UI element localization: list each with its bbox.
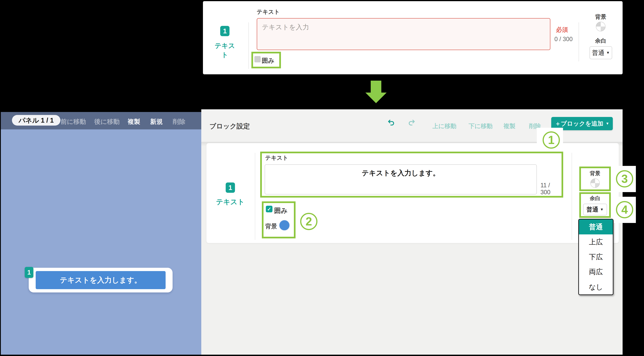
dropdown-option-shitahiro[interactable]: 下広 [579, 250, 613, 264]
panel-delete-button[interactable]: 削除 [173, 118, 185, 126]
screenshot-stage: 1 テキスト テキスト テキストを入力 必須 0 / 300 囲み 背景 余白 … [0, 0, 644, 356]
frame-background-label: 背景 [265, 222, 277, 230]
move-down-button[interactable]: 下に移動 [468, 122, 493, 130]
background-color-swatch[interactable] [590, 178, 600, 188]
text-field-label: テキスト [257, 8, 280, 16]
block-index-badge: 1 [226, 182, 235, 193]
block-type-label: テキスト [212, 41, 238, 60]
chevron-down-icon: ▼ [606, 50, 610, 55]
char-counter: 11 / 300 [540, 182, 562, 196]
frame-checkbox-label: 囲み [274, 206, 288, 215]
panel-duplicate-button[interactable]: 複製 [128, 118, 140, 126]
block-index-badge: 1 [220, 26, 230, 36]
margin-label: 余白 [590, 195, 600, 202]
panel-new-button[interactable]: 新規 [150, 118, 163, 126]
dropdown-option-ryohiro[interactable]: 両広 [579, 264, 613, 279]
text-field-label: テキスト [265, 154, 288, 162]
margin-select-value: 普通 [592, 48, 604, 57]
dropdown-option-futsu[interactable]: 普通 [579, 220, 613, 234]
divider [255, 153, 255, 240]
frame-checkbox-label: 囲み [262, 56, 274, 65]
frame-checkbox[interactable] [254, 56, 261, 62]
down-arrow-icon [371, 80, 381, 93]
undo-icon[interactable] [387, 118, 396, 127]
frame-background-color-swatch[interactable] [279, 220, 290, 230]
panel-counter-pill: パネル 1 / 1 [12, 115, 60, 126]
add-block-label: ＋ブロックを追加 [555, 120, 603, 128]
background-label: 背景 [590, 170, 600, 177]
dropdown-option-uehiro[interactable]: 上広 [579, 234, 613, 249]
preview-block-badge: 1 [25, 267, 33, 278]
move-up-button[interactable]: 上に移動 [432, 122, 456, 130]
panel-move-front-button[interactable]: 前に移動 [60, 118, 86, 126]
divider [578, 22, 579, 62]
required-badge: 必須 [556, 26, 568, 34]
dropdown-option-nashi[interactable]: なし [579, 280, 613, 294]
text-field-highlight: テキスト テキストを入力します。 11 / 300 [260, 152, 563, 198]
background-color-swatch[interactable] [596, 22, 606, 31]
panel-toolbar: パネル 1 / 1 前に移動 後に移動 複製 新規 削除 [1, 112, 201, 130]
background-label: 背景 [595, 13, 606, 21]
annotation-circle-3: 3 [616, 170, 633, 188]
down-arrow-icon [366, 92, 387, 103]
chevron-down-icon: ▼ [600, 207, 604, 212]
redo-icon[interactable] [407, 118, 416, 127]
text-input-value: テキストを入力します。 [362, 169, 440, 177]
annotation-circle-4: 4 [616, 201, 633, 218]
divider [572, 153, 572, 240]
check-icon: ✓ [267, 206, 271, 212]
char-counter: 0 / 300 [554, 36, 573, 43]
text-input-placeholder: テキストを入力 [262, 24, 309, 31]
annotation-circle-1: 1 [542, 132, 560, 149]
page-title: ブロック設定 [210, 122, 250, 131]
divider [248, 22, 249, 69]
preview-block-card[interactable]: テキストを入力します。 1 [29, 268, 172, 292]
margin-option-highlight: 余白 普通 ▼ [579, 192, 611, 218]
margin-dropdown-menu: 普通 上広 下広 両広 なし [578, 219, 614, 295]
frame-checkbox[interactable]: ✓ [266, 206, 272, 212]
margin-select[interactable]: 普通 ▼ [583, 204, 607, 215]
annotation-circle-2: 2 [300, 213, 318, 230]
preview-text-block: テキストを入力します。 [36, 271, 166, 289]
top-form-panel: 1 テキスト テキスト テキストを入力 必須 0 / 300 囲み 背景 余白 … [203, 1, 622, 74]
background-option-highlight: 背景 [579, 166, 611, 191]
text-input-area[interactable]: テキストを入力 [257, 18, 550, 50]
duplicate-block-button[interactable]: 複製 [504, 122, 516, 130]
margin-label: 余白 [595, 37, 606, 44]
panel-move-back-button[interactable]: 後に移動 [94, 118, 120, 126]
preview-panel: テキストを入力します。 1 [1, 130, 201, 355]
chevron-down-icon: ▼ [606, 122, 609, 126]
frame-checkbox-highlight: 囲み [252, 52, 281, 68]
frame-options-highlight: ✓ 囲み 背景 [262, 202, 296, 238]
text-input-area[interactable]: テキストを入力します。 [265, 164, 537, 194]
block-type-label: テキスト [216, 197, 245, 206]
block-settings-card: 1 テキスト テキスト テキストを入力します。 11 / 300 ✓ 囲み 背景… [206, 143, 619, 243]
margin-select[interactable]: 普通 ▼ [590, 46, 612, 59]
margin-select-value: 普通 [586, 206, 598, 214]
